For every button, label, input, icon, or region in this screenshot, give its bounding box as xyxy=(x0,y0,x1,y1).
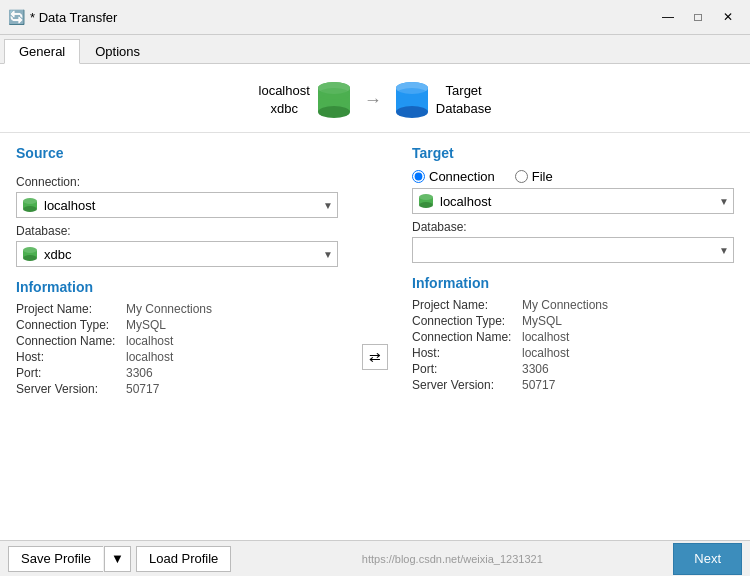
target-panel: Target Connection File xyxy=(412,145,734,528)
source-connection-select[interactable]: localhost xyxy=(40,193,337,217)
maximize-button[interactable]: □ xyxy=(684,6,712,28)
radio-connection-label[interactable]: Connection xyxy=(412,169,495,184)
save-profile-arrow[interactable]: ▼ xyxy=(104,546,131,572)
target-info-title: Information xyxy=(412,275,734,291)
swap-button[interactable]: ⇄ xyxy=(362,344,388,370)
info-value: localhost xyxy=(126,333,338,349)
target-conn-label: Target Database xyxy=(436,82,492,118)
info-value: My Connections xyxy=(522,297,734,313)
load-profile-button[interactable]: Load Profile xyxy=(136,546,231,572)
target-radio-row: Connection File xyxy=(412,169,734,184)
list-item: Project Name:My Connections xyxy=(16,301,338,317)
info-value: 3306 xyxy=(126,365,338,381)
tabs-bar: General Options xyxy=(0,35,750,64)
target-title: Target xyxy=(412,145,734,161)
list-item: Server Version:50717 xyxy=(16,381,338,397)
target-info-section: Information Project Name:My ConnectionsC… xyxy=(412,275,734,393)
transfer-arrow: → xyxy=(364,90,382,111)
list-item: Connection Type:MySQL xyxy=(412,313,734,329)
radio-file-label[interactable]: File xyxy=(515,169,553,184)
info-label: Port: xyxy=(412,361,522,377)
info-label: Connection Name: xyxy=(16,333,126,349)
source-info-section: Information Project Name:My ConnectionsC… xyxy=(16,279,338,397)
app-icon: 🔄 xyxy=(8,9,24,25)
radio-connection[interactable] xyxy=(412,170,425,183)
source-conn-icon xyxy=(20,195,40,215)
svg-point-13 xyxy=(23,198,37,204)
window-controls: — □ ✕ xyxy=(654,6,742,28)
svg-point-19 xyxy=(419,194,433,200)
svg-point-17 xyxy=(23,255,37,261)
svg-point-14 xyxy=(23,206,37,212)
info-label: Port: xyxy=(16,365,126,381)
info-label: Project Name: xyxy=(412,297,522,313)
list-item: Connection Name:localhost xyxy=(16,333,338,349)
list-item: Port:3306 xyxy=(16,365,338,381)
info-value: localhost xyxy=(522,329,734,345)
info-value: localhost xyxy=(126,349,338,365)
target-database-input[interactable] xyxy=(413,238,733,262)
footer-left: Save Profile ▼ Load Profile xyxy=(8,546,231,572)
watermark: https://blog.csdn.net/weixia_1231321 xyxy=(231,553,673,565)
list-item: Host:localhost xyxy=(16,349,338,365)
list-item: Host:localhost xyxy=(412,345,734,361)
info-label: Connection Type: xyxy=(16,317,126,333)
info-label: Host: xyxy=(16,349,126,365)
info-value: 50717 xyxy=(126,381,338,397)
source-database-select-wrapper[interactable]: xdbc ▼ xyxy=(16,241,338,267)
source-conn-label: localhost xdbc xyxy=(259,82,310,118)
radio-file-text: File xyxy=(532,169,553,184)
info-value: My Connections xyxy=(126,301,338,317)
target-conn-icon xyxy=(416,191,436,211)
close-button[interactable]: ✕ xyxy=(714,6,742,28)
target-connection-select[interactable]: localhost xyxy=(436,189,733,213)
info-label: Connection Name: xyxy=(412,329,522,345)
info-label: Host: xyxy=(412,345,522,361)
source-database-select[interactable]: xdbc xyxy=(40,242,337,266)
svg-point-20 xyxy=(419,202,433,208)
target-info-table: Project Name:My ConnectionsConnection Ty… xyxy=(412,297,734,393)
info-label: Server Version: xyxy=(412,377,522,393)
radio-connection-text: Connection xyxy=(429,169,495,184)
panels: Source Connection: localhost ▼ Database: xyxy=(0,133,750,540)
info-value: localhost xyxy=(522,345,734,361)
main-content: localhost xdbc → Target Data xyxy=(0,64,750,540)
radio-file[interactable] xyxy=(515,170,528,183)
connection-header: localhost xdbc → Target Data xyxy=(0,64,750,133)
source-database-label: Database: xyxy=(16,224,338,238)
info-value: 3306 xyxy=(522,361,734,377)
footer: Save Profile ▼ Load Profile https://blog… xyxy=(0,540,750,576)
target-database-label: Database: xyxy=(412,220,734,234)
source-title: Source xyxy=(16,145,338,161)
target-database-select-wrapper[interactable]: ▼ xyxy=(412,237,734,263)
info-label: Connection Type: xyxy=(412,313,522,329)
save-profile-button[interactable]: Save Profile xyxy=(8,546,103,572)
next-button[interactable]: Next xyxy=(673,543,742,575)
source-connection-label: Connection: xyxy=(16,175,338,189)
svg-point-16 xyxy=(23,247,37,253)
list-item: Port:3306 xyxy=(412,361,734,377)
svg-point-5 xyxy=(318,94,350,106)
tab-general[interactable]: General xyxy=(4,39,80,64)
source-info-title: Information xyxy=(16,279,338,295)
source-db-icon xyxy=(316,80,352,120)
info-label: Server Version: xyxy=(16,381,126,397)
list-item: Server Version:50717 xyxy=(412,377,734,393)
info-value: MySQL xyxy=(126,317,338,333)
list-item: Project Name:My Connections xyxy=(412,297,734,313)
info-value: 50717 xyxy=(522,377,734,393)
info-label: Project Name: xyxy=(16,301,126,317)
source-db-small-icon xyxy=(20,244,40,264)
target-connection-select-wrapper[interactable]: localhost ▼ xyxy=(412,188,734,214)
target-db-icon xyxy=(394,80,430,120)
source-connection-select-wrapper[interactable]: localhost ▼ xyxy=(16,192,338,218)
list-item: Connection Name:localhost xyxy=(412,329,734,345)
svg-point-8 xyxy=(396,106,428,118)
list-item: Connection Type:MySQL xyxy=(16,317,338,333)
swap-area: ⇄ xyxy=(354,145,396,528)
tab-options[interactable]: Options xyxy=(80,39,155,63)
source-panel: Source Connection: localhost ▼ Database: xyxy=(16,145,338,528)
minimize-button[interactable]: — xyxy=(654,6,682,28)
source-info-table: Project Name:My ConnectionsConnection Ty… xyxy=(16,301,338,397)
title-bar: 🔄 * Data Transfer — □ ✕ xyxy=(0,0,750,35)
